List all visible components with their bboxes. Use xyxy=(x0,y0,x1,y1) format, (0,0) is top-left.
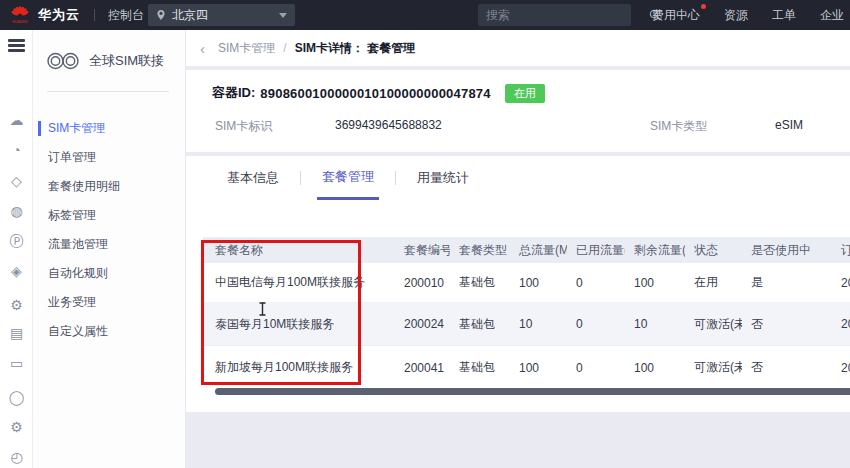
tab-separator xyxy=(300,171,301,185)
col-total-traffic: 总流量(MB) xyxy=(510,242,567,259)
cell-status: 在用 xyxy=(685,274,742,291)
col-order-time: 订购时间 xyxy=(827,242,850,259)
container-id-row: 容器ID: 8908600100000010100000000047874 在用 xyxy=(212,82,545,104)
global-sim-link-icon xyxy=(46,50,80,72)
brand-name: 华为云 xyxy=(38,6,80,24)
breadcrumb: ‹ SIM卡管理 / SIM卡详情： 套餐管理 xyxy=(186,30,850,66)
tab-separator xyxy=(395,171,396,185)
region-label: 北京四 xyxy=(172,7,279,24)
sim-fields-row: SIM卡标识 3699439645688832 SIM卡类型 eSIM xyxy=(186,118,850,138)
col-used-traffic: 已用流量(... xyxy=(567,242,625,259)
sidebar-item-automation-rules[interactable]: 自动化规则 xyxy=(33,259,186,288)
gear-icon[interactable]: ⚙ xyxy=(0,419,33,435)
sidebar-item-custom-attributes[interactable]: 自定义属性 xyxy=(33,317,186,346)
link-tickets[interactable]: 工单 xyxy=(772,7,796,24)
link-enterprise[interactable]: 企业 xyxy=(820,7,844,24)
detail-card: 基本信息 套餐管理 用量统计 套餐名称 套餐编号 套餐类型 总流量(MB) 已用… xyxy=(186,156,850,412)
globe-icon[interactable]: ◍ xyxy=(0,203,33,219)
scan-icon[interactable]: ◈ xyxy=(0,263,33,279)
back-button[interactable]: ‹ xyxy=(200,40,205,57)
search-box xyxy=(478,4,631,26)
api-icon[interactable]: ▭ xyxy=(0,355,33,371)
location-pin-icon xyxy=(156,9,166,21)
icon-rail: ☁ ◔ ◇ ◍ Ⓟ ◈ ⚙ ▤ ▭ ◯ ⚙ ◴ ☏ xyxy=(0,30,33,468)
region-selector[interactable]: 北京四 xyxy=(148,4,295,26)
link-billing-center[interactable]: 费用中心 xyxy=(652,7,700,24)
status-badge: 在用 xyxy=(505,84,545,103)
huawei-cloud-console: HUAWEI 华为云 控制台 北京四 费用中心 资源 工单 企业 备案 xyxy=(0,0,850,468)
detail-tabs: 基本信息 套餐管理 用量统计 xyxy=(222,156,474,200)
table-row[interactable]: 泰国每月10M联接服务 200024 基础包 10 0 10 可激活(未... … xyxy=(203,303,850,346)
ip-icon[interactable]: Ⓟ xyxy=(0,233,33,249)
container-id-value: 8908600100000010100000000047874 xyxy=(260,86,490,101)
package-table: 套餐名称 套餐编号 套餐类型 总流量(MB) 已用流量(... 剩余流量(...… xyxy=(203,237,850,389)
sim-type-label: SIM卡类型 xyxy=(650,118,707,135)
col-remain-traffic: 剩余流量(... xyxy=(625,242,685,259)
cell-used-traffic: 0 xyxy=(567,317,625,331)
huawei-logo-text: HUAWEI xyxy=(12,21,28,24)
cell-used-traffic: 0 xyxy=(567,361,625,375)
table-row[interactable]: 新加坡每月100M联接服务 200041 基础包 100 0 100 可激活(未… xyxy=(203,346,850,389)
product-header: 全球SIM联接 xyxy=(46,50,164,72)
hexagon-icon[interactable]: ◯ xyxy=(0,389,33,405)
sidebar-item-traffic-pool[interactable]: 流量池管理 xyxy=(33,230,186,259)
cell-package-type: 基础包 xyxy=(450,274,510,291)
cell-remain-traffic: 10 xyxy=(625,317,685,331)
sidebar: 全球SIM联接 SIM卡管理 订单管理 套餐使用明细 标签管理 流量池管理 自动… xyxy=(33,30,186,468)
sidebar-item-order-management[interactable]: 订单管理 xyxy=(33,143,186,172)
cell-in-use: 否 xyxy=(742,316,827,333)
cell-total-traffic: 10 xyxy=(510,317,567,331)
monitor-icon[interactable]: ◔ xyxy=(0,142,33,158)
table-row[interactable]: 中国电信每月100M联接服务 200010 基础包 100 0 100 在用 是… xyxy=(203,263,850,303)
tab-basic-info[interactable]: 基本信息 xyxy=(222,156,284,200)
col-in-use: 是否使用中 xyxy=(742,242,827,259)
sim-info-card: 容器ID: 8908600100000010100000000047874 在用… xyxy=(186,70,850,152)
cell-total-traffic: 100 xyxy=(510,361,567,375)
billing-center-label: 费用中心 xyxy=(652,8,700,22)
cell-status: 可激活(未... xyxy=(685,359,742,376)
tab-usage-statistics[interactable]: 用量统计 xyxy=(412,156,474,200)
breadcrumb-parent[interactable]: SIM卡管理 xyxy=(218,40,275,57)
cell-package-type: 基础包 xyxy=(450,359,510,376)
console-link[interactable]: 控制台 xyxy=(108,7,144,24)
cell-package-name: 中国电信每月100M联接服务 xyxy=(203,274,395,291)
cell-used-traffic: 0 xyxy=(567,276,625,290)
cell-remain-traffic: 100 xyxy=(625,276,685,290)
cell-order-time: 202 xyxy=(827,361,850,375)
link-resources[interactable]: 资源 xyxy=(724,7,748,24)
text-cursor-icon xyxy=(258,302,267,316)
chevron-down-icon xyxy=(279,13,287,18)
menu-icon[interactable] xyxy=(8,39,25,52)
topbar: HUAWEI 华为云 控制台 北京四 费用中心 资源 工单 企业 备案 xyxy=(0,0,850,30)
sidebar-item-sim-card-management[interactable]: SIM卡管理 xyxy=(33,114,186,143)
sim-id-label: SIM卡标识 xyxy=(215,118,272,135)
cell-package-name: 泰国每月10M联接服务 xyxy=(203,316,395,333)
container-id-label: 容器ID: xyxy=(212,84,255,102)
col-package-code: 套餐编号 xyxy=(395,242,450,259)
automation-icon[interactable]: ⚙ xyxy=(0,297,33,313)
cell-in-use: 是 xyxy=(742,274,827,291)
cell-total-traffic: 100 xyxy=(510,276,567,290)
chart-icon[interactable]: ◴ xyxy=(0,449,33,465)
cell-in-use: 否 xyxy=(742,359,827,376)
sim-type-value: eSIM xyxy=(775,118,803,132)
sidebar-item-service-acceptance[interactable]: 业务受理 xyxy=(33,288,186,317)
cell-package-code: 200024 xyxy=(395,317,450,331)
breadcrumb-separator: / xyxy=(283,41,286,55)
cell-remain-traffic: 100 xyxy=(625,361,685,375)
tab-package-management[interactable]: 套餐管理 xyxy=(317,156,379,200)
horizontal-scrollbar[interactable] xyxy=(215,388,850,395)
cell-package-type: 基础包 xyxy=(450,316,510,333)
col-status: 状态 xyxy=(685,242,742,259)
device-card-icon[interactable]: ▤ xyxy=(0,325,33,341)
sidebar-divider xyxy=(47,91,169,92)
sidebar-item-tag-management[interactable]: 标签管理 xyxy=(33,201,186,230)
huawei-logo-icon: HUAWEI xyxy=(8,4,32,26)
deploy-icon[interactable]: ◇ xyxy=(0,173,33,189)
cell-package-code: 200010 xyxy=(395,276,450,290)
product-name: 全球SIM联接 xyxy=(89,52,164,70)
search-input[interactable] xyxy=(478,8,649,22)
sidebar-item-package-usage-details[interactable]: 套餐使用明细 xyxy=(33,172,186,201)
cloud-icon[interactable]: ☁ xyxy=(0,112,33,128)
brand-group[interactable]: HUAWEI 华为云 控制台 xyxy=(8,0,144,30)
